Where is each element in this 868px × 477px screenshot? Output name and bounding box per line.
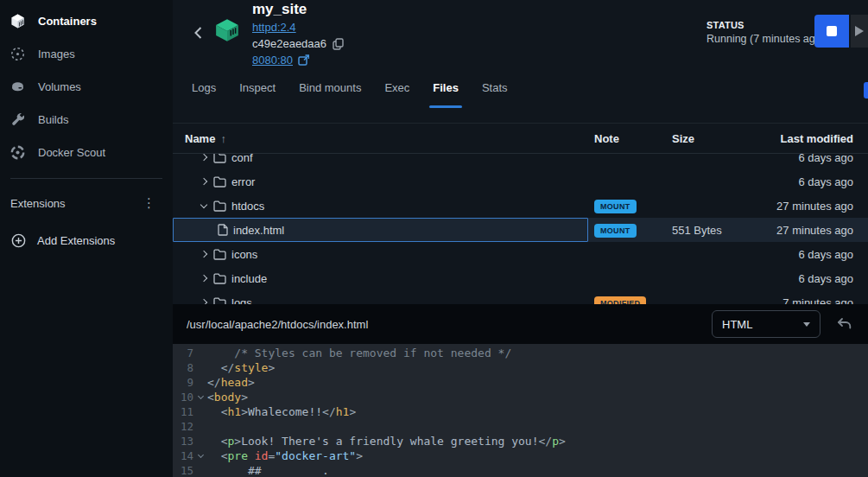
partial-blue-button[interactable] [864,82,868,99]
code-line[interactable]: 15 ## . [173,463,868,477]
tab-logs[interactable]: Logs [192,81,216,104]
sidebar-item-label: Containers [38,15,97,28]
expand-chevron[interactable] [200,155,208,160]
editor-path-bar: /usr/local/apache2/htdocs/index.html HTM… [173,304,868,344]
code-line[interactable]: 10 <body> [173,390,868,404]
line-number: 13 [173,434,193,448]
file-last-modified: 27 minutes ago [767,224,868,237]
kebab-icon: ⋮ [143,195,155,210]
fold-chevron-icon[interactable] [193,390,207,404]
code-line[interactable]: 12 [173,419,868,434]
table-row[interactable]: logs MODIFIED 7 minutes ago [173,290,868,304]
file-name: htdocs [231,200,264,213]
column-header-last-modified: Last modified [767,132,868,145]
language-select[interactable]: HTML [712,310,820,338]
folder-icon [213,200,226,212]
expand-chevron[interactable] [200,179,208,184]
table-row[interactable]: include 6 days ago [173,266,868,290]
code-line[interactable]: 13 <p>Look! There's a friendly whale gre… [173,434,868,448]
tab-bind-mounts[interactable]: Bind mounts [299,81,361,104]
sidebar-item-docker-scout[interactable]: Docker Scout [0,136,173,169]
code-lines: 7 /* Styles can be removed if not needed… [173,346,868,477]
file-name: index.html [233,224,284,237]
status-value: Running (7 minutes ago) [706,33,825,45]
file-path: /usr/local/apache2/htdocs/index.html [187,318,698,331]
code-line[interactable]: 7 /* Styles can be removed if not needed… [173,346,868,360]
tab-inspect[interactable]: Inspect [239,81,276,104]
line-number: 7 [173,346,193,360]
tab-stats[interactable]: Stats [482,81,508,104]
note-badge: MODIFIED [594,296,646,305]
table-row[interactable]: conf 6 days ago [173,154,868,169]
back-button[interactable] [188,23,207,42]
chevron-icon [200,251,207,258]
expand-chevron[interactable] [200,300,208,304]
expand-chevron[interactable] [200,276,208,281]
chevron-icon [200,154,207,161]
sidebar-item-label: Volumes [38,80,81,93]
sidebar-item-volumes[interactable]: Volumes [0,70,173,103]
sidebar-divider [10,178,162,179]
port-link[interactable]: 8080:80 [252,54,293,67]
fold-chevron-icon[interactable] [193,419,207,434]
folder-icon [213,249,226,260]
code-line[interactable]: 14 <pre id="docker-art"> [173,448,868,463]
code-line[interactable]: 11 <h1>Whalecome!!</h1> [173,404,868,419]
container-image-icon [214,18,240,73]
sidebar-extensions-header: Extensions ⋮ [0,188,173,219]
code-text: </head> [207,375,255,390]
tab-files[interactable]: Files [433,81,459,104]
undo-icon [836,317,852,331]
fold-chevron-icon[interactable] [193,434,207,448]
file-name: icons [231,248,257,261]
image-link[interactable]: httpd:2.4 [252,21,296,34]
tab-bar: Logs Inspect Bind mounts Exec Files Stat… [173,73,868,124]
stop-icon [827,26,837,36]
fold-chevron-icon[interactable] [193,375,207,390]
code-text: ## . [207,463,329,477]
extensions-menu-button[interactable]: ⋮ [137,194,161,213]
code-text: <p>Look! There's a friendly whale greeti… [207,434,566,448]
column-header-name[interactable]: Name ↑ [173,132,594,145]
table-row[interactable]: icons 6 days ago [173,242,868,266]
file-name: logs [231,296,252,305]
column-header-note: Note [594,132,672,145]
tab-exec[interactable]: Exec [384,81,409,104]
fold-chevron-icon[interactable] [193,360,207,375]
restart-button-partial[interactable] [851,15,868,48]
expand-chevron[interactable] [200,251,208,257]
stop-button[interactable] [814,15,849,48]
open-port-button[interactable] [298,54,309,66]
file-size: 551 Bytes [672,224,767,237]
folder-icon [213,297,226,305]
sidebar-item-images[interactable]: Images [0,37,173,70]
play-icon [855,26,864,36]
fold-chevron-icon[interactable] [193,463,207,477]
add-extensions-label: Add Extensions [37,234,115,247]
copy-id-button[interactable] [333,38,344,50]
line-number: 11 [173,404,193,419]
fold-chevron-icon[interactable] [193,346,207,360]
file-name: include [231,272,267,285]
table-row[interactable]: index.html MOUNT 551 Bytes 27 minutes ag… [173,218,868,242]
sidebar-item-containers[interactable]: Containers [0,4,173,37]
app-window: Containers Images Volumes Builds Docker … [0,0,868,477]
code-editor[interactable]: 7 /* Styles can be removed if not needed… [173,344,868,477]
code-text: </style> [207,360,275,375]
sidebar-item-builds[interactable]: Builds [0,103,173,136]
extensions-label: Extensions [10,197,66,210]
folder-icon [213,154,226,163]
docker-scout-icon [9,143,26,161]
code-line[interactable]: 8 </style> [173,360,868,375]
add-extensions-button[interactable]: Add Extensions [0,224,173,257]
file-last-modified: 27 minutes ago [767,200,868,213]
table-row[interactable]: error 6 days ago [173,169,868,194]
fold-chevron-icon[interactable] [193,448,207,463]
table-row[interactable]: htdocs MOUNT 27 minutes ago [173,194,868,218]
fold-chevron-icon[interactable] [193,404,207,419]
undo-button[interactable] [834,317,854,331]
line-number: 12 [173,419,193,434]
code-line[interactable]: 9 </head> [173,375,868,390]
code-text: <body> [207,390,248,404]
expand-chevron[interactable] [200,205,208,207]
